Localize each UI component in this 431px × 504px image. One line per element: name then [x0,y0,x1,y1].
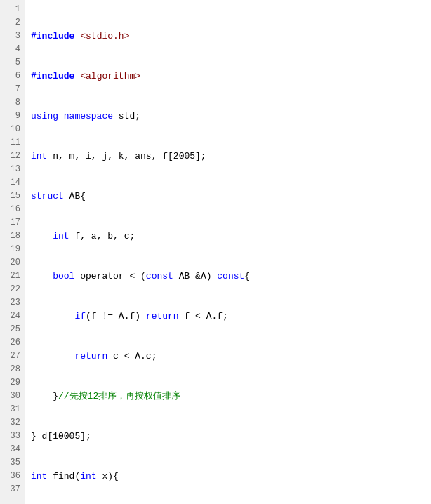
line-num-37: 37 [4,483,20,496]
line-num-8: 8 [4,96,20,110]
code-line-10: }//先按12排序，再按权值排序 [31,390,425,403]
line-num-33: 33 [4,430,20,443]
line-num-3: 3 [4,29,20,43]
code-content: #include <stdio.h> #include <algorithm> … [25,0,431,504]
line-num-4: 4 [4,43,20,56]
line-num-30: 30 [4,390,20,403]
code-line-9: return c < A.c; [31,350,425,363]
code-line-1: #include <stdio.h> [31,29,425,43]
line-num-14: 14 [4,176,20,190]
line-num-13: 13 [4,163,20,176]
line-num-29: 29 [4,376,20,390]
line-num-10: 10 [4,123,20,136]
code-line-12: int find(int x){ [31,470,425,483]
line-num-17: 17 [4,216,20,230]
line-num-36: 36 [4,470,20,483]
line-num-25: 25 [4,323,20,336]
code-line-2: #include <algorithm> [31,69,425,83]
line-num-16: 16 [4,203,20,216]
line-num-21: 21 [4,270,20,283]
line-num-6: 6 [4,69,20,83]
line-num-1: 1 [4,3,20,16]
line-num-26: 26 [4,336,20,350]
line-num-31: 31 [4,403,20,416]
code-line-3: using namespace std; [31,110,425,123]
line-num-5: 5 [4,56,20,69]
line-num-12: 12 [4,150,20,163]
line-num-22: 22 [4,283,20,296]
code-line-7: bool operator < (const AB &A) const{ [31,270,425,283]
line-num-32: 32 [4,416,20,430]
line-num-35: 35 [4,456,20,470]
line-num-28: 28 [4,363,20,376]
line-num-34: 34 [4,443,20,456]
line-num-7: 7 [4,83,20,96]
code-line-6: int f, a, b, c; [31,230,425,243]
line-num-9: 9 [4,110,20,123]
line-num-27: 27 [4,350,20,363]
line-num-2: 2 [4,16,20,29]
line-num-20: 20 [4,256,20,270]
code-line-5: struct AB{ [31,190,425,203]
line-num-11: 11 [4,136,20,150]
code-editor: 1 2 3 4 5 6 7 8 9 10 11 12 13 14 15 16 1… [0,0,431,504]
line-num-18: 18 [4,230,20,243]
line-num-24: 24 [4,310,20,323]
line-num-23: 23 [4,296,20,310]
line-num-19: 19 [4,243,20,256]
code-line-4: int n, m, i, j, k, ans, f[2005]; [31,150,425,163]
code-line-11: } d[10005]; [31,430,425,443]
line-number-gutter: 1 2 3 4 5 6 7 8 9 10 11 12 13 14 15 16 1… [0,0,25,504]
line-num-15: 15 [4,190,20,203]
code-line-8: if(f != A.f) return f < A.f; [31,310,425,323]
